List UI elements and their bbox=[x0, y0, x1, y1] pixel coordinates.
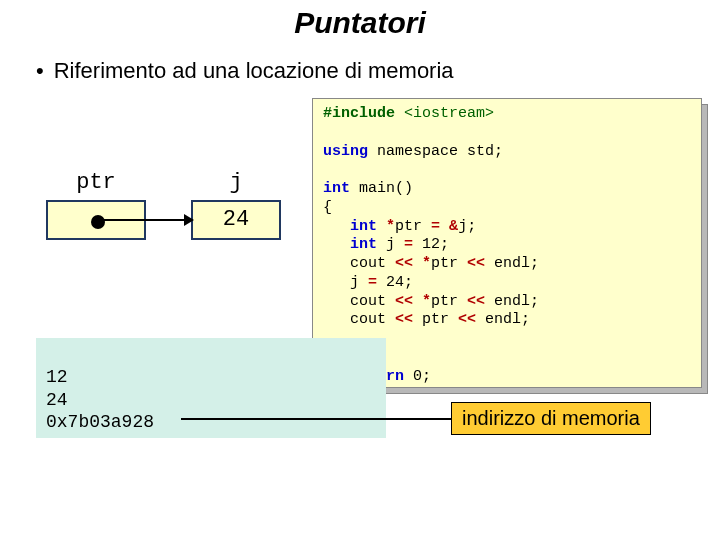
output-line: 0x7b03a928 bbox=[46, 412, 154, 432]
code-tok: 24; bbox=[377, 274, 413, 291]
arrow-head-icon bbox=[184, 214, 194, 226]
code-tok: * bbox=[422, 293, 431, 310]
code-tok: << bbox=[458, 311, 476, 328]
label-ptr: ptr bbox=[56, 170, 136, 195]
code-tok: ptr bbox=[431, 293, 467, 310]
code-tok: j bbox=[377, 236, 404, 253]
bullet-text: Riferimento ad una locazione di memoria bbox=[54, 58, 454, 83]
diagram-canvas: ptr j 24 #include <iostream> using names… bbox=[36, 98, 684, 518]
bullet-line: •Riferimento ad una locazione di memoria bbox=[0, 40, 720, 84]
code-tok: int bbox=[350, 218, 377, 235]
arrow-line bbox=[96, 219, 186, 221]
box-j: 24 bbox=[191, 200, 281, 240]
code-tok: = bbox=[431, 218, 440, 235]
code-tok: j; bbox=[458, 218, 476, 235]
code-tok: * bbox=[386, 218, 395, 235]
code-tok: ptr bbox=[431, 255, 467, 272]
code-tok: cout bbox=[323, 293, 395, 310]
code-tok: cout bbox=[323, 255, 395, 272]
code-tok: << bbox=[395, 311, 413, 328]
code-tok: * bbox=[422, 255, 431, 272]
code-tok: using bbox=[323, 143, 368, 160]
code-tok: int bbox=[323, 180, 350, 197]
code-tok bbox=[440, 218, 449, 235]
code-tok: <iostream> bbox=[404, 105, 494, 122]
bullet-dot: • bbox=[36, 58, 44, 83]
code-tok: ptr bbox=[395, 218, 431, 235]
code-tok: 12; bbox=[413, 236, 449, 253]
program-output: 12 24 0x7b03a928 bbox=[46, 366, 154, 434]
code-tok: j bbox=[323, 274, 368, 291]
page-title: Puntatori bbox=[0, 0, 720, 40]
label-j: j bbox=[206, 170, 266, 195]
code-tok: cout bbox=[323, 311, 395, 328]
output-line: 12 bbox=[46, 367, 68, 387]
callout-label: indirizzo di memoria bbox=[451, 402, 651, 435]
code-tok: << bbox=[467, 255, 485, 272]
code-tok: main() bbox=[350, 180, 413, 197]
code-tok bbox=[377, 218, 386, 235]
code-tok: << bbox=[467, 293, 485, 310]
code-tok: int bbox=[350, 236, 377, 253]
code-tok bbox=[413, 255, 422, 272]
code-tok: ptr bbox=[413, 311, 458, 328]
code-tok: endl; bbox=[485, 255, 539, 272]
pointer-dot-icon bbox=[91, 215, 105, 229]
code-tok bbox=[413, 293, 422, 310]
code-tok: << bbox=[395, 293, 413, 310]
code-tok: #include bbox=[323, 105, 404, 122]
code-tok: { bbox=[323, 199, 332, 216]
code-tok bbox=[323, 218, 350, 235]
code-tok: namespace std; bbox=[368, 143, 503, 160]
code-tok: = bbox=[404, 236, 413, 253]
code-tok: endl; bbox=[485, 293, 539, 310]
callout-line bbox=[181, 418, 451, 420]
code-tok: 0; bbox=[404, 368, 431, 385]
output-line: 24 bbox=[46, 390, 68, 410]
code-tok bbox=[323, 236, 350, 253]
code-tok: endl; bbox=[476, 311, 530, 328]
code-tok: << bbox=[395, 255, 413, 272]
code-tok: & bbox=[449, 218, 458, 235]
code-tok: = bbox=[368, 274, 377, 291]
